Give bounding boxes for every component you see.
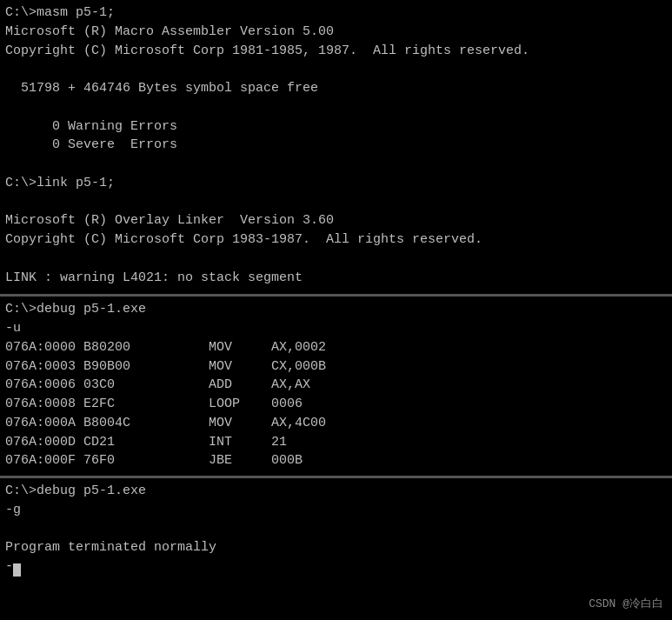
run-line-3-empty [5,520,667,539]
line-15: LINK : warning L4021: no stack segment [5,269,667,288]
line-9-empty [5,155,667,174]
run-line-2: -g [5,501,667,520]
run-line-5: - [5,557,667,577]
line-1: C:\>masm p5-1; [5,3,667,23]
debug-line-4: 076A:0003 B90B00 MOV CX,000B [5,357,667,377]
line-10: C:\>link p5-1; [5,174,667,193]
line-12: Microsoft (R) Overlay Linker Version 3.6… [5,211,667,230]
line-8: 0 Severe Errors [5,136,667,155]
debug-line-5: 076A:0006 03C0 ADD AX,AX [5,376,667,395]
terminal-container: C:\>masm p5-1; Microsoft (R) Macro Assem… [0,0,672,620]
debug-line-1: C:\>debug p5-1.exe [5,300,667,319]
cursor [13,563,21,577]
line-4-empty [5,60,667,79]
run-line-4: Program terminated normally [5,538,667,557]
masm-link-section: C:\>masm p5-1; Microsoft (R) Macro Assem… [0,0,672,297]
debug-line-7: 076A:000A B8004C MOV AX,4C00 [5,414,667,433]
debug-line-8: 076A:000D CD21 INT 21 [5,433,667,452]
run-line-1: C:\>debug p5-1.exe [5,482,667,501]
line-2: Microsoft (R) Macro Assembler Version 5.… [5,23,667,42]
line-13: Copyright (C) Microsoft Corp 1983-1987. … [5,230,667,250]
line-3: Copyright (C) Microsoft Corp 1981-1985, … [5,42,667,61]
line-14-empty [5,250,667,269]
line-11-empty [5,193,667,212]
debug-line-2: -u [5,319,667,338]
debug-line-3: 076A:0000 B80200 MOV AX,0002 [5,338,667,357]
debug-run-section: C:\>debug p5-1.exe -g Program terminated… [0,478,672,620]
debug-line-9: 076A:000F 76F0 JBE 000B [5,451,667,470]
line-6-empty [5,98,667,117]
watermark: CSDN @冷白白 [589,596,663,611]
line-5: 51798 + 464746 Bytes symbol space free [5,79,667,98]
line-7: 0 Warning Errors [5,117,667,137]
debug-line-6: 076A:0008 E2FC LOOP 0006 [5,395,667,414]
debug-unassemble-section: C:\>debug p5-1.exe -u 076A:0000 B80200 M… [0,297,672,478]
